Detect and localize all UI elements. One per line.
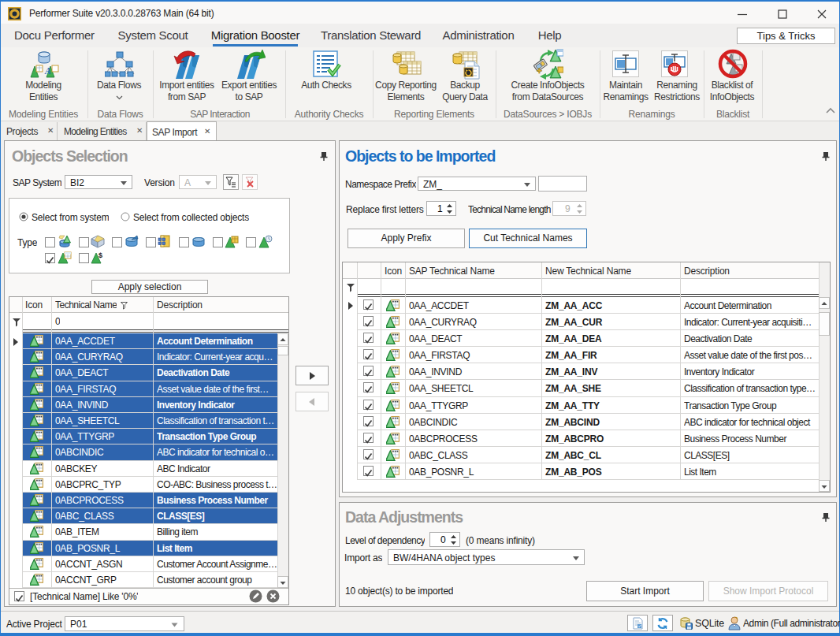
svg-text:A: A [44,65,51,76]
svg-text:$: $ [98,251,102,259]
svg-text:+: + [537,65,542,76]
